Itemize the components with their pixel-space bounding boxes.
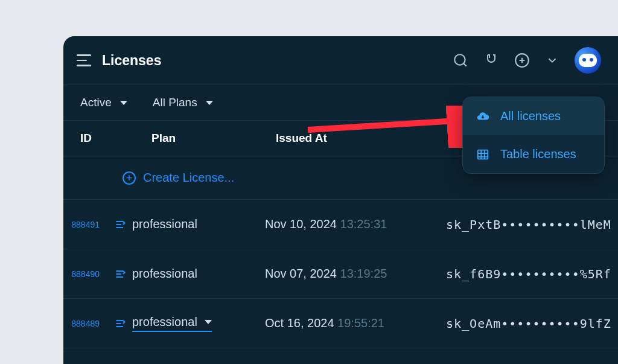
popover-item-table-licenses[interactable]: Table licenses xyxy=(463,135,604,173)
row-issued: Nov 10, 2024 13:25:31 xyxy=(265,217,446,231)
row-issued: Oct 16, 2024 19:55:21 xyxy=(265,316,446,330)
row-issued: Nov 07, 2024 13:19:25 xyxy=(265,267,446,281)
caret-down-icon xyxy=(120,101,127,105)
row-key: sk_OeAm••••••••••9lfZ xyxy=(446,316,618,331)
row-plan: professional xyxy=(132,267,265,281)
table-row[interactable]: 888490 professional Nov 07, 2024 13:19:2… xyxy=(63,249,618,299)
download-popover: All licenses Table licenses xyxy=(462,97,605,174)
filter-plans[interactable]: All Plans xyxy=(153,96,213,109)
create-license-button[interactable]: + Create License... xyxy=(108,171,234,185)
col-header-issued: Issued At xyxy=(276,132,457,145)
table-row[interactable]: 888491 professional Nov 10, 2024 13:25:3… xyxy=(63,200,618,249)
header-right xyxy=(453,47,601,74)
filter-plans-label: All Plans xyxy=(153,96,197,109)
table-body: + Create License... 888491 professional … xyxy=(63,156,618,348)
popover-table-label: Table licenses xyxy=(500,147,576,161)
app-window: Licenses Active All Plans xyxy=(63,36,618,364)
row-id[interactable]: 888490 xyxy=(63,269,108,279)
plus-circle-icon[interactable] xyxy=(514,53,530,68)
col-header-plan: Plan xyxy=(151,132,276,145)
popover-item-all-licenses[interactable]: All licenses xyxy=(463,97,604,135)
svg-rect-3 xyxy=(478,150,488,159)
row-plan: professional xyxy=(132,217,265,231)
row-key: sk_f6B9••••••••••%5Rf xyxy=(446,267,618,281)
col-header-id: ID xyxy=(80,132,151,145)
filter-status-label: Active xyxy=(80,96,112,109)
plan-icon xyxy=(114,268,132,280)
header: Licenses xyxy=(63,36,618,85)
plus-icon: + xyxy=(123,171,136,185)
search-icon[interactable] xyxy=(453,53,468,68)
menu-icon[interactable] xyxy=(77,54,91,66)
create-license-label: Create License... xyxy=(143,171,234,185)
table-icon xyxy=(476,148,489,161)
svg-point-0 xyxy=(454,54,465,65)
row-id[interactable]: 888491 xyxy=(63,220,108,229)
magnet-icon[interactable] xyxy=(484,53,499,68)
chevron-down-icon[interactable] xyxy=(546,54,559,67)
avatar[interactable] xyxy=(575,47,601,74)
plan-icon xyxy=(114,219,132,231)
filter-status[interactable]: Active xyxy=(80,96,127,109)
row-key: sk_PxtB••••••••••lMeM xyxy=(446,217,618,232)
popover-all-label: All licenses xyxy=(500,109,561,123)
caret-down-icon xyxy=(205,320,212,324)
row-plan-select[interactable]: professional xyxy=(132,315,265,332)
row-id[interactable]: 888489 xyxy=(63,319,108,328)
table-row[interactable]: 888489 professional Oct 16, 2024 19:55:2… xyxy=(63,299,618,348)
page-title: Licenses xyxy=(102,53,161,69)
cloud-download-icon xyxy=(476,110,489,123)
header-left: Licenses xyxy=(77,53,161,69)
plan-icon xyxy=(114,318,132,330)
caret-down-icon xyxy=(206,101,213,105)
